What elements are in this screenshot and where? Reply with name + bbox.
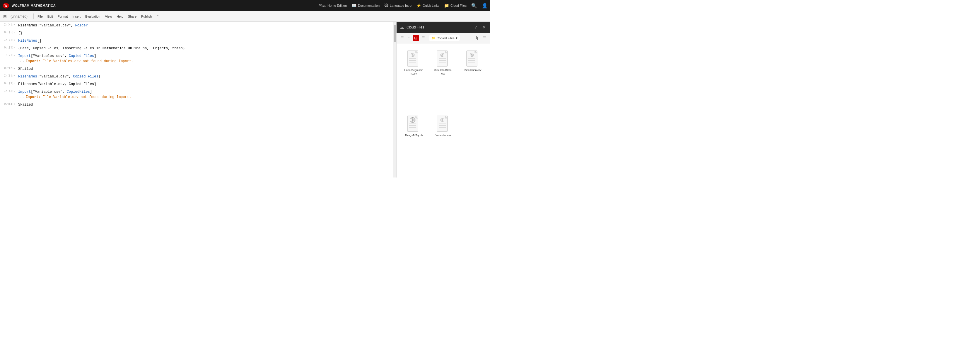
notebook-scrollbar[interactable] bbox=[393, 22, 396, 178]
expand-panel-icon[interactable]: ⤢ bbox=[473, 24, 479, 30]
cell-1-in-label: In[1]:= bbox=[2, 38, 17, 42]
documentation-label: Documentation bbox=[358, 4, 380, 7]
cell-2-in-code[interactable]: Import["Variables.csv", Copied Files] ··… bbox=[17, 53, 393, 64]
publish-button[interactable]: Publish bbox=[139, 14, 154, 19]
message-line: ··· Import : File Variables.csv not foun… bbox=[18, 59, 391, 64]
notebook-view-icon[interactable]: ⊞ bbox=[2, 13, 8, 20]
cloud-files-panel: ☁ Cloud Files ⤢ ✕ ☰ ↑ ⊟ ☰ 📁 Copied Files… bbox=[396, 22, 490, 178]
up-folder-icon[interactable]: ↑ bbox=[407, 35, 412, 41]
output-text: {Base, Copied Files, Importing Files in … bbox=[18, 46, 185, 50]
main-layout: In[·]:= FileNames["Variables.csv", Folde… bbox=[0, 22, 490, 178]
collapse-icon[interactable]: ⌃ bbox=[154, 13, 161, 20]
file-icon-wrap bbox=[465, 50, 480, 67]
close-panel-icon[interactable]: ✕ bbox=[481, 24, 487, 30]
svg-text:W: W bbox=[5, 4, 7, 7]
file-item-variables-csv[interactable]: Variables.csv bbox=[430, 113, 457, 173]
file-name-things-to-try: ThingsToTry.nb bbox=[405, 134, 423, 137]
cell-3-out-code: Filenames[Variable.csv, Copied Files] bbox=[17, 81, 393, 88]
quick-links-label: Quick Links bbox=[423, 4, 439, 7]
plan-value: Home Edition bbox=[328, 4, 347, 7]
cloud-files-nav[interactable]: 📁 Cloud Files bbox=[444, 3, 466, 8]
cell-4-out-code: $Failed bbox=[17, 102, 393, 108]
documentation-nav[interactable]: 📖 Documentation bbox=[352, 3, 380, 8]
cell-bar[interactable] bbox=[0, 45, 1, 52]
evaluation-menu[interactable]: Evaluation bbox=[83, 14, 102, 19]
cell-out-label: Out[·]= bbox=[2, 30, 17, 34]
edit-menu[interactable]: Edit bbox=[45, 14, 55, 19]
list-view-icon[interactable]: ☰ bbox=[420, 35, 426, 41]
output-text: {} bbox=[18, 31, 22, 35]
user-icon[interactable]: 👤 bbox=[482, 3, 488, 8]
code-text: FileNames[] bbox=[18, 39, 41, 43]
cell-2-out: Out[2]= $Failed bbox=[0, 65, 393, 73]
cell-3-out-label: Out[3]= bbox=[2, 81, 17, 85]
folder-breadcrumb[interactable]: 📁 Copied Files ▾ bbox=[429, 35, 460, 41]
insert-menu[interactable]: Insert bbox=[71, 14, 83, 19]
cell-bar[interactable] bbox=[0, 22, 1, 29]
code-text: FileNames["Variables.csv", Folder] bbox=[18, 24, 90, 27]
cloud-icon: ☁ bbox=[399, 25, 404, 30]
cell-bar[interactable] bbox=[0, 30, 1, 37]
error-prefix: Import bbox=[26, 59, 38, 64]
cell-in-code[interactable]: FileNames["Variables.csv", Folder] bbox=[17, 22, 393, 29]
language-intro-icon: 🖼 bbox=[384, 3, 388, 8]
details-icon[interactable]: ☰ bbox=[481, 35, 488, 41]
share-menu[interactable]: Share bbox=[126, 14, 138, 19]
language-intro-nav[interactable]: 🖼 Language Intro bbox=[384, 3, 412, 8]
cell-3-in-code[interactable]: Filenames["Variable.csv", Copied Files] bbox=[17, 74, 393, 80]
file-item-simulation-csv[interactable]: Simulation.csv bbox=[459, 48, 487, 111]
cell-bar[interactable] bbox=[0, 66, 1, 72]
file-item-linear-reg[interactable]: LinearRegressio n.csv bbox=[400, 48, 427, 111]
file-menu[interactable]: File bbox=[35, 14, 45, 19]
sort-icon[interactable]: ⇅ bbox=[474, 35, 480, 41]
cell-4-out-label: Out[4]= bbox=[2, 102, 17, 106]
notebook-toolbar: ⊞ (unnamed) File Edit Format Insert Eval… bbox=[0, 11, 490, 22]
cell-bar[interactable] bbox=[0, 74, 1, 80]
cell-3-out: Out[3]= Filenames[Variable.csv, Copied F… bbox=[0, 80, 393, 88]
view-menu[interactable]: View bbox=[103, 14, 114, 19]
cell-bar[interactable] bbox=[0, 102, 1, 108]
plan-info: Plan: Home Edition bbox=[319, 4, 347, 7]
cell-bar[interactable] bbox=[0, 53, 1, 64]
notebook-title: (unnamed) bbox=[9, 14, 29, 19]
cloud-panel-toolbar: ☰ ↑ ⊟ ☰ 📁 Copied Files ▾ ⇅ ☰ bbox=[396, 33, 490, 43]
message-dots: ··· bbox=[19, 59, 25, 64]
grid-view-icon[interactable]: ⊟ bbox=[413, 35, 419, 41]
format-menu[interactable]: Format bbox=[56, 14, 70, 19]
quick-links-nav[interactable]: ⚡ Quick Links bbox=[416, 3, 439, 8]
cell-4-in-code[interactable]: Import["Variable.csv", CopiedFiles] ··· … bbox=[17, 89, 393, 100]
error-prefix-4: Import bbox=[26, 94, 38, 100]
cell-blank-out: Out[·]= {} bbox=[0, 29, 393, 37]
scroll-thumb[interactable] bbox=[394, 25, 396, 42]
message-dots-4: ··· bbox=[19, 94, 25, 99]
cell-1-out-code: {Base, Copied Files, Importing Files in … bbox=[17, 45, 393, 52]
file-icon-wrap bbox=[436, 50, 451, 67]
error-text: : File Variables.csv not found during Im… bbox=[38, 59, 133, 64]
notebook-area[interactable]: In[·]:= FileNames["Variables.csv", Folde… bbox=[0, 22, 393, 178]
code-text: Import["Variable.csv", CopiedFiles] bbox=[18, 90, 92, 94]
search-icon[interactable]: 🔍 bbox=[471, 3, 477, 8]
chevron-down-icon: ▾ bbox=[456, 36, 458, 40]
file-name-simulation-csv: Simulation.csv bbox=[464, 69, 481, 72]
cell-1-in-code[interactable]: FileNames[] bbox=[17, 38, 393, 44]
cell-2-in-label: In[2]:= bbox=[2, 53, 17, 57]
app-title: WOLFRAM MATHEMATICA bbox=[12, 4, 56, 7]
file-name-variables-csv: Variables.csv bbox=[436, 134, 451, 137]
cell-bar[interactable] bbox=[0, 81, 1, 88]
help-menu[interactable]: Help bbox=[115, 14, 126, 19]
file-item-simulated-data[interactable]: SimulatedData. csv bbox=[430, 48, 457, 111]
menu-icon[interactable]: ☰ bbox=[399, 35, 406, 41]
folder-icon-nav: 📁 bbox=[444, 3, 449, 8]
cell-1-out: Out[1]= {Base, Copied Files, Importing F… bbox=[0, 45, 393, 52]
cell-bar[interactable] bbox=[0, 89, 1, 100]
toolbar-separator bbox=[33, 13, 34, 19]
cell-bar[interactable] bbox=[0, 38, 1, 44]
csv-file-icon-2 bbox=[436, 50, 450, 67]
cloud-panel-title: Cloud Files bbox=[407, 25, 471, 29]
file-icon-wrap bbox=[436, 115, 451, 133]
cell-3-in: In[3]:= Filenames["Variable.csv", Copied… bbox=[0, 73, 393, 80]
file-item-things-to-try[interactable]: ThingsToTry.nb bbox=[400, 113, 427, 173]
cloud-panel-header: ☁ Cloud Files ⤢ ✕ bbox=[396, 22, 490, 33]
cell-blank: In[·]:= FileNames["Variables.csv", Folde… bbox=[0, 22, 393, 29]
csv-file-icon-4 bbox=[436, 115, 450, 132]
